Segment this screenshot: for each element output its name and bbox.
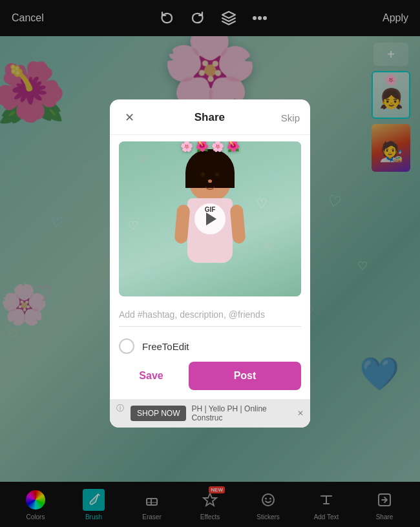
ad-close-button[interactable]: ✕ bbox=[297, 409, 304, 418]
post-button[interactable]: Post bbox=[189, 362, 301, 390]
save-button[interactable]: Save bbox=[119, 362, 184, 390]
modal-preview: ♡ ♡ ♡ ♡ ♡ ♡ ♡ ♡ 🌸 🌺 🌸 🌺 bbox=[119, 141, 301, 296]
ad-banner: ⓘ SHOP NOW PH | Yello PH | Online Constr… bbox=[110, 399, 310, 428]
modal-close-button[interactable]: ✕ bbox=[120, 108, 138, 127]
gif-play-button[interactable]: GIF bbox=[194, 203, 226, 234]
play-triangle-icon bbox=[206, 212, 216, 225]
modal-header: ✕ Share Skip bbox=[110, 99, 310, 135]
modal-title: Share bbox=[194, 111, 225, 124]
ad-text: PH | Yello PH | Online Construc bbox=[191, 404, 289, 422]
freetoedit-checkbox[interactable] bbox=[119, 338, 134, 354]
freetoedit-row: FreeToEdit bbox=[110, 332, 310, 362]
modal-caption-input[interactable]: Add #hashtag, description, @friends bbox=[119, 303, 301, 327]
gif-label: GIF bbox=[205, 206, 216, 213]
ad-shop-button[interactable]: SHOP NOW bbox=[131, 406, 186, 421]
ad-info-icon[interactable]: ⓘ bbox=[116, 403, 124, 414]
modal-skip-button[interactable]: Skip bbox=[281, 112, 300, 123]
share-modal: ✕ Share Skip ♡ ♡ ♡ ♡ ♡ ♡ ♡ ♡ bbox=[110, 99, 310, 428]
modal-overlay: ✕ Share Skip ♡ ♡ ♡ ♡ ♡ ♡ ♡ ♡ bbox=[0, 0, 420, 527]
freetoedit-label: FreeToEdit bbox=[142, 341, 189, 352]
modal-action-buttons: Save Post bbox=[110, 362, 310, 399]
